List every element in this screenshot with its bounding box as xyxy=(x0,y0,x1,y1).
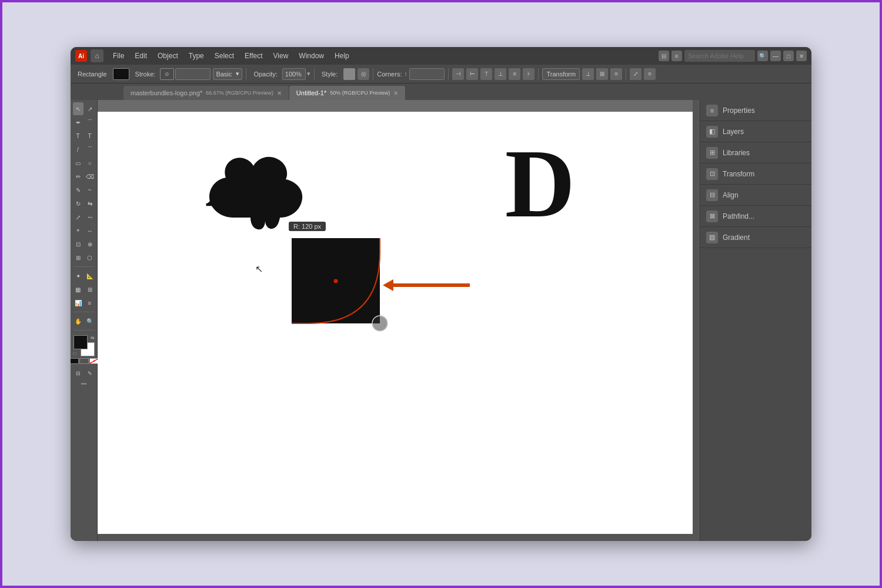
stroke-swatch[interactable]: ⊘ xyxy=(160,68,174,80)
vertical-scrollbar[interactable] xyxy=(693,100,700,541)
direct-select-tool[interactable]: ↗ xyxy=(85,102,95,115)
free-transform-tool[interactable]: ⊡ xyxy=(73,238,83,250)
curvature-tool[interactable]: ⌒ xyxy=(85,116,95,129)
properties-icon: ≡ xyxy=(706,105,718,116)
tab-0-close[interactable]: ✕ xyxy=(277,90,282,96)
panel-pathfinder[interactable]: ⊠ Pathfind... xyxy=(700,206,811,227)
tab-0-zoom: 66.67% (RGB/CPU Preview) xyxy=(206,90,273,96)
menu-bar: Ai ⌂ File Edit Object Type Select Effect… xyxy=(71,47,811,65)
blob-tool[interactable]: ⌫ xyxy=(85,170,95,183)
align-icon: ⊟ xyxy=(706,189,718,201)
corners-input[interactable]: 119,9999 xyxy=(409,68,445,80)
line-style-dropdown[interactable]: Basic▾ xyxy=(213,68,242,80)
pathfinder-btn[interactable]: ⊞ xyxy=(596,68,608,80)
close-button[interactable]: ✕ xyxy=(796,51,807,61)
menu-type[interactable]: Type xyxy=(184,47,209,65)
minimize-button[interactable]: — xyxy=(770,51,781,61)
annotation-arrow xyxy=(383,279,470,291)
artboard-tool[interactable]: ⊟ xyxy=(74,369,83,378)
type-vertical-tool[interactable]: T xyxy=(85,129,95,142)
align-right-btn[interactable]: ⊤ xyxy=(480,68,492,80)
type-tool[interactable]: T xyxy=(73,129,83,142)
menu-select[interactable]: Select xyxy=(210,47,239,65)
panel-transform[interactable]: ⊡ Transform xyxy=(700,163,811,185)
menu-help[interactable]: Help xyxy=(330,47,354,65)
width-tool[interactable]: ↔ xyxy=(85,224,95,237)
align-middle-btn[interactable]: ≡ xyxy=(509,68,520,80)
tab-1[interactable]: Untitled-1* 50% (RGB/CPU Preview) ✕ xyxy=(289,86,406,100)
align-center-btn[interactable]: ⊢ xyxy=(466,68,478,80)
puppet-warp-tool[interactable]: ⊕ xyxy=(85,238,95,250)
edit-tool[interactable]: ✎ xyxy=(85,369,95,378)
search-icon[interactable]: 🔍 xyxy=(757,51,768,61)
transform-label: Transform xyxy=(723,170,754,178)
hand-tool[interactable]: ✋ xyxy=(73,315,83,328)
scale-tool[interactable]: ⤢ xyxy=(73,211,83,223)
expand-icon[interactable]: ⤢ xyxy=(630,68,642,80)
rectangle-tool[interactable]: ▭ xyxy=(73,156,83,169)
gradient-icon: ▨ xyxy=(706,232,718,243)
home-icon[interactable]: ⌂ xyxy=(91,49,103,62)
graph-tool[interactable]: 📊 xyxy=(73,296,83,309)
panel-properties[interactable]: ≡ Properties xyxy=(700,100,811,121)
menu-effect[interactable]: Effect xyxy=(240,47,267,65)
fill-indicator[interactable] xyxy=(71,358,79,364)
horizontal-scrollbar[interactable] xyxy=(98,534,693,541)
tab-1-close[interactable]: ✕ xyxy=(393,90,398,96)
reset-colors[interactable]: □ xyxy=(74,351,76,356)
smooth-tool[interactable]: ~ xyxy=(85,183,95,196)
menu-object[interactable]: Object xyxy=(153,47,183,65)
panel-layers[interactable]: ◧ Layers xyxy=(700,121,811,142)
reflect-tool[interactable]: ⇆ xyxy=(85,197,95,210)
arrange-btn[interactable]: ≡ xyxy=(610,68,622,80)
pen-tool[interactable]: ✒ xyxy=(73,116,83,129)
transform-button[interactable]: Transform xyxy=(542,68,580,80)
shape-builder-tool[interactable]: ⊞ xyxy=(73,251,83,264)
gradient-tool[interactable]: ▦ xyxy=(73,283,83,296)
live-paint-tool[interactable]: ⬡ xyxy=(85,251,95,264)
align-top-btn[interactable]: ⊥ xyxy=(495,68,506,80)
stroke-input[interactable] xyxy=(175,68,211,80)
style-swatch[interactable] xyxy=(343,68,355,80)
selection-tool[interactable]: ↖ xyxy=(73,102,83,115)
menu-file[interactable]: File xyxy=(108,47,129,65)
properties-icon[interactable]: ≡ xyxy=(644,68,656,80)
data-tool[interactable]: ≡ xyxy=(85,296,95,309)
color-swatches: ⇆ □ xyxy=(74,335,95,356)
canvas-area[interactable]: ☁ ☁ D ↖ R: 120 px xyxy=(98,100,700,541)
stroke-indicator[interactable] xyxy=(79,358,89,364)
menu-view[interactable]: View xyxy=(269,47,293,65)
eyedropper-tool[interactable]: ✦ xyxy=(73,269,83,282)
tab-0[interactable]: masterbundles-logo.png* 66.67% (RGB/CPU … xyxy=(123,86,289,100)
menu-window[interactable]: Window xyxy=(294,47,329,65)
panel-align[interactable]: ⊟ Align xyxy=(700,185,811,206)
right-panel: ≡ Properties ◧ Layers ⊞ Libraries ⊡ Tran… xyxy=(700,100,811,541)
warp-tool[interactable]: ⌖ xyxy=(73,224,83,237)
more-tools[interactable]: ••• xyxy=(81,381,86,387)
maximize-button[interactable]: □ xyxy=(783,51,794,61)
menu-edit[interactable]: Edit xyxy=(130,47,152,65)
swap-colors[interactable]: ⇆ xyxy=(91,335,95,340)
style-icon[interactable]: ◎ xyxy=(358,68,369,80)
measure-tool[interactable]: 📐 xyxy=(85,269,95,282)
opacity-input[interactable] xyxy=(282,68,306,80)
align-bottom-btn[interactable]: ⊦ xyxy=(523,68,534,80)
shear-tool[interactable]: ⥊ xyxy=(85,211,95,223)
zoom-tool[interactable]: 🔍 xyxy=(85,315,95,328)
align-left-btn[interactable]: ⊣ xyxy=(452,68,464,80)
line-tool[interactable]: / xyxy=(73,143,83,156)
search-input[interactable] xyxy=(684,50,755,62)
rotate-tool[interactable]: ↻ xyxy=(73,197,83,210)
arrange-icon[interactable]: ⊟ xyxy=(659,51,669,61)
arc-tool[interactable]: ⌒ xyxy=(85,143,95,156)
pencil-tool[interactable]: ✎ xyxy=(73,183,83,196)
panel-libraries[interactable]: ⊞ Libraries xyxy=(700,142,811,163)
panel-gradient[interactable]: ▨ Gradient xyxy=(700,227,811,248)
mesh-tool[interactable]: ⊞ xyxy=(85,283,95,296)
workspace-icon[interactable]: ≡ xyxy=(671,51,682,61)
reflect-btn[interactable]: ⊥ xyxy=(582,68,594,80)
ellipse-tool[interactable]: ○ xyxy=(85,156,95,169)
foreground-swatch[interactable] xyxy=(74,335,88,349)
fill-swatch[interactable] xyxy=(113,68,129,80)
paintbrush-tool[interactable]: ✏ xyxy=(73,170,83,183)
